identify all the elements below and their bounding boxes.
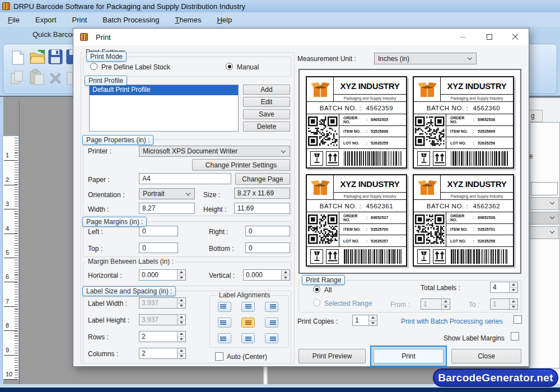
auto-center-checkbox[interactable] [215, 352, 223, 361]
menu-item-print[interactable]: Print [72, 16, 87, 24]
label-width-spinner: 3.937 [139, 297, 186, 309]
right-dropdown-1[interactable] [530, 197, 559, 210]
menu-item-batch-processing[interactable]: Batch Processing [102, 16, 159, 24]
printer-dropdown[interactable]: Microsoft XPS Document Writer [139, 146, 290, 157]
save-as-icon[interactable] [66, 49, 73, 65]
radio-selected-range-label[interactable]: Selected Range [324, 300, 372, 307]
alignment-button-bottom-left[interactable] [218, 333, 231, 343]
spin-up-icon [178, 348, 185, 354]
qr-code [308, 116, 338, 146]
right-dropdown-3[interactable] [530, 226, 559, 239]
radio-all-label[interactable]: All [324, 286, 332, 294]
delete-icon[interactable] [49, 72, 62, 85]
minimize-button[interactable] [450, 29, 475, 45]
print-copies-spinner[interactable]: 1 [352, 315, 377, 326]
label-batch-row: BATCH NO. :4562360 [414, 102, 513, 114]
save-icon[interactable] [48, 49, 63, 65]
margin-left-input[interactable]: 0 [139, 226, 178, 236]
auto-center-label[interactable]: Auto (Center) [227, 353, 267, 361]
add-button[interactable]: Add [243, 85, 290, 95]
show-label-margins-label[interactable]: Show Label Margins [444, 334, 505, 342]
right-dropdown-2[interactable] [530, 212, 559, 225]
batch-series-label[interactable]: Print with Batch Processing series [401, 318, 502, 325]
label-field-row: ITEM NO.:53525701 [446, 224, 513, 236]
menu-item-export[interactable]: Export [35, 16, 57, 24]
radio-predefine-label[interactable]: Pre Define Label Stock [101, 63, 170, 71]
alignment-button-top-center[interactable] [241, 302, 255, 312]
vertical-spinner[interactable]: 0.000 [243, 269, 290, 281]
alignment-button-middle-right[interactable] [265, 318, 278, 328]
label-alignments-label: Label Alignments [217, 291, 272, 299]
columns-spinner[interactable]: 2 [139, 348, 186, 359]
vertical-ruler: 12345678910 [2, 136, 19, 380]
paper-input[interactable]: A4 [139, 173, 231, 184]
width-input[interactable]: 8.27 [139, 203, 195, 214]
menu-item-help[interactable]: Help [217, 16, 232, 24]
spin-down-icon [510, 288, 517, 293]
from-spinner: 1 [421, 298, 450, 310]
right-tab-fragment[interactable]: g [528, 110, 543, 122]
radio-predefine[interactable] [90, 63, 97, 70]
alignment-button-bottom-right[interactable] [265, 333, 278, 343]
radio-manual-label[interactable]: Manual [237, 63, 259, 71]
label-field-row: ITEM NO.:53525700 [339, 224, 406, 236]
qr-code [308, 214, 338, 244]
box-logo-icon [307, 77, 334, 101]
open-folder-icon[interactable] [29, 49, 46, 66]
ruler-number: 1 [6, 152, 9, 158]
print-preview-button[interactable]: Print Preview [298, 349, 366, 363]
print-copies-label: Print Copies : [297, 318, 338, 325]
delete-button[interactable]: Delete [243, 122, 290, 132]
copy-icon[interactable] [10, 70, 25, 86]
radio-selected-range[interactable] [313, 299, 320, 306]
right-input-fragment[interactable] [531, 182, 558, 195]
print-profile-list[interactable]: Default Print Profile [89, 85, 239, 132]
radio-all[interactable] [313, 286, 320, 293]
edit-button[interactable]: Edit [243, 97, 290, 107]
horizontal-spinner[interactable]: 0.000 [139, 269, 186, 281]
label-field-row: LOT NO.:52635258 [446, 235, 513, 246]
spin-down-icon [369, 321, 377, 326]
page-margins-label: Page Margins (in) : [82, 217, 147, 227]
margin-top-input[interactable]: 0 [139, 242, 178, 253]
print-button[interactable]: Print [374, 349, 444, 363]
alignment-button-bottom-center[interactable] [241, 333, 255, 343]
margin-bottom-input[interactable]: 0 [245, 242, 290, 253]
spin-up-icon [178, 270, 185, 276]
ruler-number: 6 [6, 273, 9, 280]
orientation-dropdown[interactable]: Portrait [139, 188, 195, 199]
close-icon[interactable] [503, 29, 528, 45]
brand-badge[interactable]: BarcodeGenerator.net [433, 368, 558, 387]
box-logo-icon [414, 175, 441, 199]
paste-icon[interactable] [29, 69, 45, 86]
rows-spinner[interactable]: 2 [139, 331, 186, 342]
total-labels-spinner[interactable]: 4 [490, 282, 518, 293]
save-button[interactable]: Save [243, 109, 290, 119]
menu-item-file[interactable]: File [8, 16, 20, 24]
maximize-button[interactable] [477, 29, 502, 45]
margin-right-input[interactable]: 0 [245, 226, 290, 236]
quick-barcode-tab[interactable]: Quick Barcod [32, 30, 76, 39]
new-document-icon[interactable] [11, 50, 25, 66]
print-mode-label: Print Mode [86, 52, 127, 62]
spin-up-icon [178, 332, 185, 337]
size-value: 8.27 x 11.69 [234, 188, 290, 199]
radio-manual[interactable] [226, 63, 233, 70]
spin-up-icon [178, 315, 185, 320]
measurement-unit-dropdown[interactable]: Inches (in) [374, 53, 477, 64]
alignment-button-middle-center[interactable] [241, 318, 255, 328]
show-label-margins-checkbox[interactable] [511, 332, 519, 340]
change-printer-settings-button[interactable]: Change Printer Settings [192, 159, 290, 171]
batch-series-checkbox[interactable] [514, 315, 522, 324]
close-button[interactable]: Close [451, 349, 521, 363]
height-input[interactable]: 11.69 [234, 203, 290, 214]
list-item-selected[interactable]: Default Print Profile [90, 85, 238, 95]
clipped-icon[interactable] [66, 70, 73, 86]
change-page-button[interactable]: Change Page [235, 173, 290, 185]
menu-item-themes[interactable]: Themes [175, 16, 201, 24]
total-labels-label: Total Labels : [421, 284, 460, 292]
alignment-button-top-right[interactable] [265, 302, 278, 312]
label-preview-card: XYZ INDUSTRY Packaging and Supply Indust… [306, 76, 407, 169]
alignment-button-middle-left[interactable] [218, 318, 231, 328]
alignment-button-top-left[interactable] [218, 302, 231, 312]
